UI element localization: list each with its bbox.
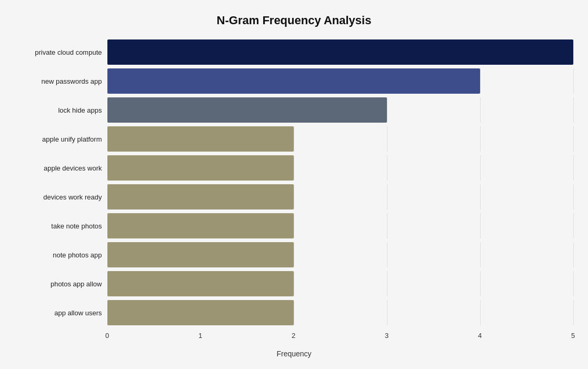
bar-fill [107, 97, 387, 123]
bar-row: devices work ready [15, 183, 573, 212]
x-tick: 0 [105, 332, 109, 340]
chart-title: N-Gram Frequency Analysis [15, 14, 573, 27]
bar-label: photos app allow [15, 280, 107, 288]
bar-track [107, 213, 573, 238]
bar-label: note photos app [15, 251, 107, 259]
bar-row: apple devices work [15, 154, 573, 183]
bar-label: lock hide apps [15, 106, 107, 114]
bar-track [107, 184, 573, 210]
bar-label: private cloud compute [15, 48, 107, 56]
bar-row: note photos app [15, 241, 573, 270]
bar-fill [107, 242, 294, 267]
bar-row: photos app allow [15, 270, 573, 298]
bar-label: apple devices work [15, 164, 107, 172]
bar-fill [107, 271, 294, 296]
bar-row: apple unify platform [15, 125, 573, 154]
bar-label: take note photos [15, 222, 107, 230]
x-axis-container: 012345 [15, 332, 573, 347]
bar-fill [107, 126, 294, 152]
x-tick: 5 [571, 332, 575, 340]
bar-label: devices work ready [15, 193, 107, 201]
bar-row: app allow users [15, 298, 573, 327]
bar-row: take note photos [15, 212, 573, 241]
x-tick: 3 [385, 332, 388, 340]
bar-fill [107, 68, 480, 94]
chart-container: N-Gram Frequency Analysis private cloud … [5, 3, 584, 366]
bar-row: lock hide apps [15, 96, 573, 125]
bar-track [107, 126, 573, 152]
bar-fill [107, 155, 294, 181]
bar-track [107, 68, 573, 94]
bar-row: private cloud compute [15, 38, 573, 67]
bar-label: new passwords app [15, 77, 107, 85]
bar-track [107, 155, 573, 181]
bar-fill [107, 184, 294, 210]
bar-fill [107, 300, 294, 325]
bar-track [107, 97, 573, 123]
x-tick: 1 [198, 332, 202, 340]
bar-fill [107, 39, 573, 65]
bar-label: app allow users [15, 309, 107, 317]
bar-track [107, 271, 573, 296]
x-tick: 4 [478, 332, 482, 340]
bar-track [107, 300, 573, 325]
bar-fill [107, 213, 294, 238]
bar-row: new passwords app [15, 67, 573, 96]
x-tick: 2 [292, 332, 295, 340]
bar-label: apple unify platform [15, 135, 107, 143]
x-axis-inner: 012345 [107, 332, 573, 347]
bar-track [107, 242, 573, 267]
bar-track [107, 39, 573, 65]
x-axis-label: Frequency [15, 350, 573, 358]
chart-area: private cloud computenew passwords applo… [15, 38, 573, 327]
